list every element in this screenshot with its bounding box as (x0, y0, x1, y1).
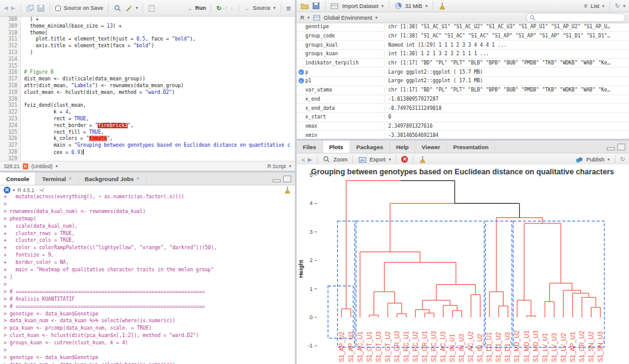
popout-icon[interactable] (26, 4, 34, 12)
tab-viewer[interactable]: Viewer (415, 141, 447, 153)
publish-caret-icon[interactable]: ▾ (608, 157, 610, 162)
environment-search-box[interactable] (526, 13, 625, 22)
editor-line[interactable]: 311 plot.title = element_text(hjust = 0.… (0, 36, 295, 43)
editor-line[interactable]: 326 k_colors = "tomato", (0, 136, 295, 142)
export-caret-icon[interactable]: ▾ (389, 157, 391, 162)
compile-report-icon[interactable] (148, 4, 155, 12)
editor-line[interactable]: 314 (0, 56, 295, 63)
publish-button[interactable]: Publish (587, 157, 605, 163)
refresh-plot-icon[interactable]: ↻ (620, 156, 625, 163)
publish-icon[interactable] (575, 156, 584, 163)
save-icon[interactable] (37, 4, 45, 12)
environment-row[interactable]: xmin-3.38140564692184 (297, 131, 629, 139)
magic-wand-icon[interactable] (125, 4, 133, 12)
tab-console[interactable]: Console (0, 172, 36, 185)
editor-line[interactable]: 315 (0, 63, 295, 70)
environment-row[interactable]: ▸pLarge ggplot2::ggplot ( 15.7 MB) (297, 68, 629, 77)
editor-line[interactable]: 322 k = 4, (0, 109, 295, 116)
environment-row[interactable]: var_utamachr [1:17] "BD" "PL" "PLT" "BLB… (297, 86, 629, 95)
memory-usage-label[interactable]: 32 MiB (405, 3, 423, 9)
export-button[interactable]: Export (370, 157, 386, 163)
tab-help[interactable]: Help (390, 141, 416, 153)
file-name[interactable]: (Untitled) (31, 163, 52, 169)
source-button[interactable]: Source (253, 5, 271, 11)
editor-line[interactable]: 319clust_mean <- hclust(dist_mean, metho… (0, 90, 295, 96)
list-caret-icon[interactable]: ▾ (603, 4, 605, 9)
editor-line[interactable]: 310 theme( (0, 30, 295, 37)
run-button[interactable]: Run (195, 5, 206, 11)
editor-line[interactable]: 328 cex = 0.9) (0, 149, 295, 156)
expand-icon[interactable]: ▸ (299, 69, 304, 75)
search-icon[interactable] (114, 4, 122, 12)
tab-files[interactable]: Files (297, 141, 323, 153)
list-view-button[interactable]: List (591, 3, 600, 9)
back-icon[interactable]: ◀ (4, 5, 8, 11)
file-caret-icon[interactable]: ▾ (55, 164, 58, 169)
refresh-caret-icon[interactable]: ▾ (623, 4, 625, 9)
wand-caret-icon[interactable]: ▾ (136, 6, 138, 10)
export-icon[interactable] (358, 156, 367, 163)
environment-selector[interactable]: Global Environment (324, 15, 372, 21)
outline-icon[interactable]: ≣ (286, 5, 291, 12)
tab-terminal[interactable]: Terminal× (36, 172, 78, 185)
list-view-icon[interactable]: ≡ (584, 2, 588, 9)
zoom-button[interactable]: Zoom (334, 157, 348, 163)
language-caret-icon[interactable]: ▾ (308, 15, 310, 20)
file-type[interactable]: R Script (267, 163, 286, 169)
environment-row[interactable]: groups_kuanint [1:30] 1 2 1 3 2 3 2 1 1 … (297, 50, 629, 59)
environment-row[interactable]: genotipechr [1:30] "S1_AC_U1" "S1_AC_U2"… (297, 23, 629, 32)
source-caret-icon[interactable]: ▾ (273, 6, 276, 10)
editor-line[interactable]: 325 rect_fill = TRUE, (0, 130, 295, 136)
load-workspace-folder-icon[interactable] (300, 2, 309, 10)
console-output[interactable]: + mutate(across(everything(), ~ as.numer… (0, 193, 295, 364)
up-arrow-icon[interactable]: ↑ (225, 5, 228, 11)
editor-line[interactable]: 320 (0, 96, 295, 103)
close-tab-icon[interactable]: × (136, 176, 139, 182)
environment-row[interactable]: groups_kualNamed int [1:29] 1 1 1 2 3 3 … (297, 41, 629, 50)
previous-plot-icon[interactable]: ◀ (300, 157, 305, 163)
clear-plots-broom-icon[interactable] (418, 155, 426, 163)
tab-packages[interactable]: Packages (350, 141, 390, 153)
language-selector[interactable]: R (300, 15, 305, 21)
remove-plot-icon[interactable]: ✕ (401, 156, 408, 163)
clear-environment-broom-icon[interactable] (438, 2, 446, 10)
memory-caret-icon[interactable]: ▾ (426, 4, 428, 9)
close-tab-icon[interactable]: × (68, 176, 71, 182)
environment-row[interactable]: indikator_terpilihchr [1:17] "BD" "PL" "… (297, 59, 629, 68)
environment-row[interactable]: x_start0 (297, 113, 629, 122)
r-version-caret-icon[interactable]: ▾ (13, 188, 15, 193)
environment-row[interactable]: group_codechr [1:30] "S1_AC" "S1_AC" "S1… (297, 32, 629, 41)
tab-background-jobs[interactable]: Background Jobs× (79, 172, 147, 185)
import-caret-icon[interactable]: ▾ (381, 4, 384, 9)
environment-row[interactable]: x_end_data-0.749763111249018 (297, 104, 629, 113)
refresh-environment-icon[interactable]: ↻ (615, 2, 620, 9)
filetype-caret-icon[interactable]: ▾ (289, 164, 291, 169)
editor-line[interactable]: 316# Figure 8 (0, 69, 295, 76)
source-on-save-checkbox[interactable] (55, 6, 61, 11)
editor-line[interactable]: 324 rect_border = "firebrick3", (0, 123, 295, 130)
editor-line[interactable]: 323 rect = TRUE, (0, 116, 295, 123)
expand-icon[interactable]: ▸ (299, 78, 304, 83)
environment-row[interactable]: ▸p1Large ggplot2::ggplot ( 17.1 MB) (297, 77, 629, 86)
import-dataset-icon[interactable] (330, 2, 339, 10)
editor-code[interactable]: 308 ) +309 theme_minimal(base_size = 13)… (0, 17, 295, 161)
minimize-icon[interactable] (273, 179, 281, 182)
next-plot-icon[interactable]: ▶ (308, 157, 312, 163)
rerun-icon[interactable]: ↻ (216, 5, 221, 12)
run-icon[interactable]: → (186, 5, 192, 12)
maximize-icon[interactable] (617, 144, 625, 150)
editor-line[interactable]: 318attr(dist_mean, "Labels") <- rownames… (0, 83, 295, 90)
environment-row[interactable]: x_end-1.01380957927287 (297, 95, 629, 104)
editor-line[interactable]: 312 axis.title = element_text(face = "bo… (0, 43, 295, 50)
environment-caret-icon[interactable]: ▾ (375, 15, 378, 20)
import-dataset-button[interactable]: Import Dataset (342, 3, 378, 9)
editor-line[interactable]: 327 main = "Grouping between genotypes b… (0, 142, 295, 149)
editor-line[interactable]: 321fviz_dend(clust_mean, (0, 103, 295, 109)
editor-line[interactable]: 309 theme_minimal(base_size = 13) + (0, 23, 295, 30)
minimize-icon[interactable] (607, 147, 615, 150)
save-workspace-icon[interactable] (312, 2, 320, 10)
maximize-icon[interactable] (283, 176, 291, 182)
editor-line[interactable]: 308 ) + (0, 17, 295, 23)
environment-row[interactable]: xmax2.3497891327616 (297, 122, 629, 131)
tab-presentation[interactable]: Presentation (447, 141, 496, 153)
